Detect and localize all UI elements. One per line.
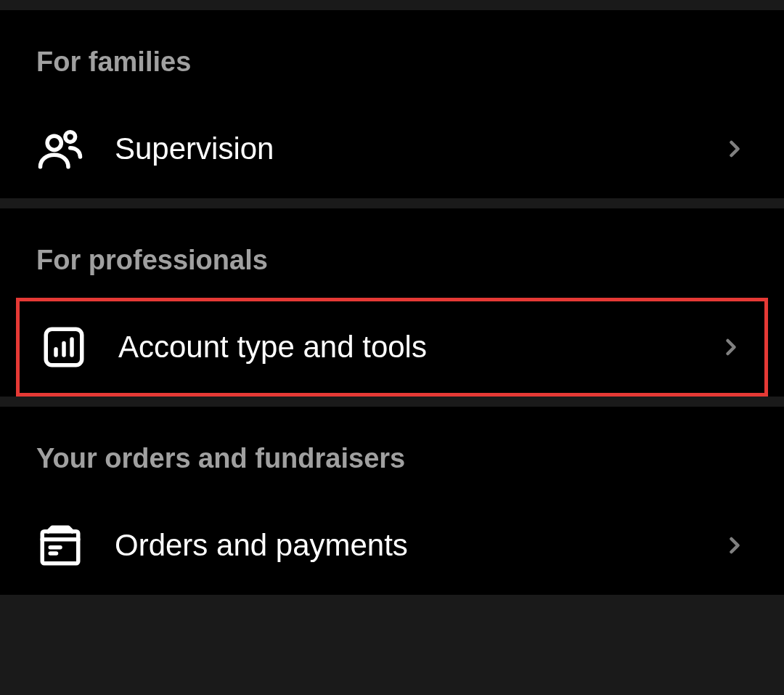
divider [0, 595, 784, 605]
section-header-professionals: For professionals [0, 208, 784, 298]
section-orders: Your orders and fundraisers Orders and p… [0, 407, 784, 595]
svg-point-1 [65, 132, 75, 142]
chevron-right-icon [722, 532, 748, 558]
chart-icon [40, 323, 88, 371]
section-header-families: For families [0, 10, 784, 99]
divider [0, 0, 784, 10]
section-professionals: For professionals Account type and tools [0, 208, 784, 397]
svg-point-0 [47, 136, 61, 150]
section-families: For families Supervision [0, 10, 784, 198]
box-icon [36, 521, 84, 569]
divider [0, 198, 784, 208]
item-label-supervision: Supervision [115, 131, 722, 166]
list-item-orders-payments[interactable]: Orders and payments [0, 496, 784, 595]
chevron-right-icon [718, 334, 744, 360]
supervision-icon [36, 125, 84, 173]
list-item-supervision[interactable]: Supervision [0, 99, 784, 198]
list-item-account-type-tools[interactable]: Account type and tools [16, 298, 768, 397]
chevron-right-icon [722, 136, 748, 162]
section-header-orders: Your orders and fundraisers [0, 407, 784, 496]
item-label-account-type-tools: Account type and tools [118, 330, 718, 365]
divider [0, 397, 784, 407]
item-label-orders-payments: Orders and payments [115, 528, 722, 563]
